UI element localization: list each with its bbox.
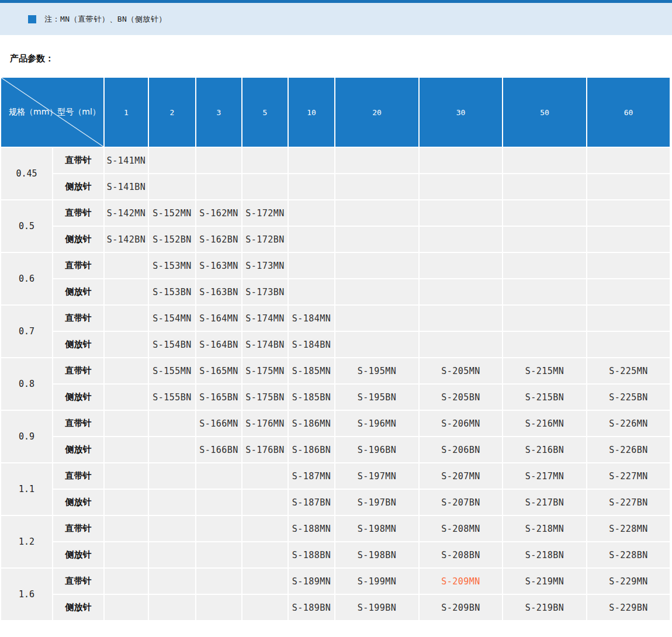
empty-cell (587, 148, 670, 173)
empty-cell (196, 569, 241, 594)
empty-cell (587, 174, 670, 199)
model-cell: S-227MN (587, 463, 670, 489)
empty-cell (289, 279, 334, 304)
model-cell: S-216BN (503, 437, 586, 462)
empty-cell (335, 174, 418, 199)
spec-cell: 0.8 (1, 358, 52, 410)
needle-type-cell: 直带针 (53, 200, 103, 226)
model-cell: S-163BN (196, 279, 241, 304)
spec-cell: 0.9 (1, 411, 52, 462)
model-cell: S-198BN (335, 542, 418, 567)
model-cell: S-152MN (149, 200, 195, 226)
model-cell: S-228MN (587, 516, 670, 541)
empty-cell (196, 463, 241, 489)
model-cell: S-195MN (335, 358, 418, 383)
model-cell: S-217BN (503, 490, 586, 515)
empty-cell (503, 227, 586, 252)
model-cell: S-142MN (105, 200, 148, 226)
empty-cell (335, 306, 418, 331)
model-cell: S-226BN (587, 437, 670, 462)
needle-type-cell: 侧放针 (53, 227, 103, 252)
column-header-2ml: 2 (149, 78, 195, 147)
model-cell: S-185MN (289, 358, 334, 383)
needle-type-cell: 侧放针 (53, 174, 103, 199)
model-cell: S-164BN (196, 332, 241, 357)
model-cell: S-225MN (587, 358, 670, 383)
empty-cell (503, 332, 586, 357)
column-header-10ml: 10 (289, 78, 334, 147)
spec-cell: 1.6 (1, 569, 52, 620)
empty-cell (335, 332, 418, 357)
empty-cell (149, 437, 195, 462)
empty-cell (503, 306, 586, 331)
model-cell: S-163MN (196, 253, 241, 278)
empty-cell (420, 253, 502, 278)
empty-cell (289, 174, 334, 199)
needle-type-cell: 侧放针 (53, 542, 103, 567)
model-cell: S-219BN (503, 595, 586, 620)
empty-cell (196, 516, 241, 541)
model-cell: S-199MN (335, 569, 418, 594)
column-header-30ml: 30 (420, 78, 502, 147)
empty-cell (420, 332, 502, 357)
model-cell: S-207BN (420, 490, 502, 515)
empty-cell (503, 279, 586, 304)
model-cell: S-174MN (243, 306, 287, 331)
model-cell: S-184BN (289, 332, 334, 357)
empty-cell (587, 200, 670, 226)
square-bullet-icon (28, 15, 36, 23)
model-cell: S-173BN (243, 279, 287, 304)
model-cell: S-175BN (243, 385, 287, 410)
empty-cell (289, 253, 334, 278)
empty-cell (335, 148, 418, 173)
model-cell: S-197MN (335, 463, 418, 489)
model-cell: S-206MN (420, 411, 502, 436)
empty-cell (335, 227, 418, 252)
spec-cell: 1.1 (1, 463, 52, 515)
model-cell: S-166BN (196, 437, 241, 462)
model-cell: S-187MN (289, 463, 334, 489)
empty-cell (105, 516, 148, 541)
model-cell: S-165MN (196, 358, 241, 383)
empty-cell (243, 542, 287, 567)
needle-type-cell: 直带针 (53, 253, 103, 278)
note-text: 注：MN（直带针）、BN（侧放针） (44, 14, 167, 25)
empty-cell (243, 148, 287, 173)
empty-cell (105, 306, 148, 331)
needle-type-cell: 直带针 (53, 411, 103, 436)
model-cell: S-189BN (289, 595, 334, 620)
needle-type-cell: 直带针 (53, 516, 103, 541)
empty-cell (587, 253, 670, 278)
empty-cell (149, 174, 195, 199)
empty-cell (105, 279, 148, 304)
model-cell: S-141MN (105, 148, 148, 173)
model-cell: S-199BN (335, 595, 418, 620)
needle-type-cell: 侧放针 (53, 437, 103, 462)
column-header-60ml: 60 (587, 78, 670, 147)
empty-cell (243, 174, 287, 199)
empty-cell (105, 569, 148, 594)
empty-cell (149, 542, 195, 567)
empty-cell (335, 279, 418, 304)
needle-type-cell: 直带针 (53, 148, 103, 173)
model-cell: S-184MN (289, 306, 334, 331)
model-cell: S-174BN (243, 332, 287, 357)
model-cell: S-172BN (243, 227, 287, 252)
model-cell: S-197BN (335, 490, 418, 515)
empty-cell (503, 174, 586, 199)
model-cell: S-198MN (335, 516, 418, 541)
empty-cell (243, 516, 287, 541)
empty-cell (149, 148, 195, 173)
model-cell: S-187BN (289, 490, 334, 515)
model-cell: S-185BN (289, 385, 334, 410)
spec-cell: 1.2 (1, 516, 52, 567)
model-cell: S-155BN (149, 385, 195, 410)
model-cell: S-162BN (196, 227, 241, 252)
model-cell: S-208BN (420, 542, 502, 567)
model-cell: S-141BN (105, 174, 148, 199)
empty-cell (105, 463, 148, 489)
model-cell: S-229MN (587, 569, 670, 594)
model-cell: S-216MN (503, 411, 586, 436)
empty-cell (149, 595, 195, 620)
model-cell: S-207MN (420, 463, 502, 489)
